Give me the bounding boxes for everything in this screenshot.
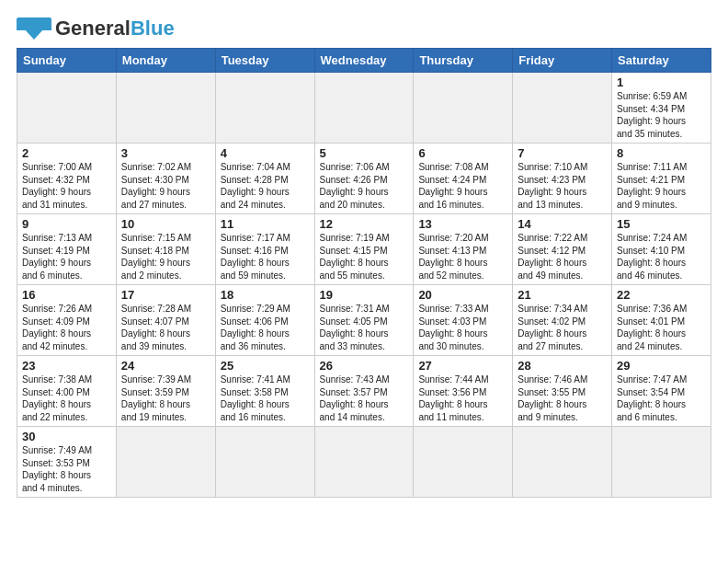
day-number: 8 bbox=[617, 146, 706, 160]
calendar-cell: 28Sunrise: 7:46 AM Sunset: 3:55 PM Dayli… bbox=[513, 356, 612, 427]
day-number: 9 bbox=[22, 217, 111, 231]
calendar-cell: 9Sunrise: 7:13 AM Sunset: 4:19 PM Daylig… bbox=[17, 214, 117, 285]
calendar-cell: 4Sunrise: 7:04 AM Sunset: 4:28 PM Daylig… bbox=[215, 144, 314, 214]
day-info: Sunrise: 7:33 AM Sunset: 4:03 PM Dayligh… bbox=[418, 303, 507, 352]
day-info: Sunrise: 7:24 AM Sunset: 4:10 PM Dayligh… bbox=[617, 232, 706, 282]
calendar-cell bbox=[414, 73, 513, 144]
day-info: Sunrise: 7:17 AM Sunset: 4:16 PM Dayligh… bbox=[221, 232, 310, 282]
day-number: 22 bbox=[617, 288, 706, 302]
calendar-cell bbox=[513, 73, 612, 144]
calendar-cell: 6Sunrise: 7:08 AM Sunset: 4:24 PM Daylig… bbox=[414, 144, 513, 214]
day-number: 16 bbox=[22, 288, 111, 302]
day-info: Sunrise: 7:39 AM Sunset: 3:59 PM Dayligh… bbox=[121, 373, 210, 423]
calendar-cell bbox=[215, 73, 314, 144]
calendar-cell: 30Sunrise: 7:49 AM Sunset: 3:53 PM Dayli… bbox=[17, 427, 117, 498]
day-number: 12 bbox=[320, 217, 409, 231]
day-info: Sunrise: 7:41 AM Sunset: 3:58 PM Dayligh… bbox=[221, 373, 310, 423]
day-number: 14 bbox=[518, 217, 607, 231]
day-info: Sunrise: 7:22 AM Sunset: 4:12 PM Dayligh… bbox=[518, 232, 607, 282]
day-number: 20 bbox=[418, 288, 507, 302]
calendar-cell bbox=[17, 73, 117, 144]
day-info: Sunrise: 6:59 AM Sunset: 4:34 PM Dayligh… bbox=[617, 90, 706, 140]
calendar-cell bbox=[116, 427, 215, 498]
calendar-cell bbox=[612, 427, 711, 498]
day-info: Sunrise: 7:31 AM Sunset: 4:05 PM Dayligh… bbox=[320, 303, 409, 352]
calendar-cell: 5Sunrise: 7:06 AM Sunset: 4:26 PM Daylig… bbox=[314, 144, 414, 214]
day-info: Sunrise: 7:29 AM Sunset: 4:06 PM Dayligh… bbox=[221, 303, 310, 352]
day-number: 25 bbox=[221, 359, 310, 373]
day-number: 26 bbox=[320, 359, 409, 373]
calendar-week-6: 30Sunrise: 7:49 AM Sunset: 3:53 PM Dayli… bbox=[17, 427, 711, 498]
day-number: 1 bbox=[617, 75, 706, 89]
day-info: Sunrise: 7:13 AM Sunset: 4:19 PM Dayligh… bbox=[22, 232, 111, 282]
day-number: 27 bbox=[418, 359, 507, 373]
calendar-cell: 13Sunrise: 7:20 AM Sunset: 4:13 PM Dayli… bbox=[414, 214, 513, 285]
day-number: 18 bbox=[221, 288, 310, 302]
calendar-cell: 29Sunrise: 7:47 AM Sunset: 3:54 PM Dayli… bbox=[612, 356, 711, 427]
calendar-cell bbox=[116, 73, 215, 144]
calendar-cell bbox=[414, 427, 513, 498]
col-header-monday: Monday bbox=[116, 49, 215, 73]
col-header-wednesday: Wednesday bbox=[314, 49, 414, 73]
day-info: Sunrise: 7:44 AM Sunset: 3:56 PM Dayligh… bbox=[418, 373, 507, 423]
page: GeneralBlue SundayMondayTuesdayWednesday… bbox=[0, 0, 728, 563]
col-header-friday: Friday bbox=[513, 49, 612, 73]
calendar-cell: 11Sunrise: 7:17 AM Sunset: 4:16 PM Dayli… bbox=[215, 214, 314, 285]
day-number: 28 bbox=[518, 359, 607, 373]
day-info: Sunrise: 7:47 AM Sunset: 3:54 PM Dayligh… bbox=[617, 373, 706, 423]
calendar-cell: 12Sunrise: 7:19 AM Sunset: 4:15 PM Dayli… bbox=[314, 214, 414, 285]
calendar-cell: 15Sunrise: 7:24 AM Sunset: 4:10 PM Dayli… bbox=[612, 214, 711, 285]
col-header-tuesday: Tuesday bbox=[215, 49, 314, 73]
calendar-week-1: 1Sunrise: 6:59 AM Sunset: 4:34 PM Daylig… bbox=[17, 73, 711, 144]
calendar-cell: 27Sunrise: 7:44 AM Sunset: 3:56 PM Dayli… bbox=[414, 356, 513, 427]
day-number: 13 bbox=[418, 217, 507, 231]
calendar-cell: 25Sunrise: 7:41 AM Sunset: 3:58 PM Dayli… bbox=[215, 356, 314, 427]
calendar-cell bbox=[314, 73, 414, 144]
calendar-cell: 2Sunrise: 7:00 AM Sunset: 4:32 PM Daylig… bbox=[17, 144, 117, 214]
calendar-week-3: 9Sunrise: 7:13 AM Sunset: 4:19 PM Daylig… bbox=[17, 214, 711, 285]
day-number: 10 bbox=[121, 217, 210, 231]
day-info: Sunrise: 7:49 AM Sunset: 3:53 PM Dayligh… bbox=[22, 444, 111, 494]
calendar-cell bbox=[314, 427, 414, 498]
day-info: Sunrise: 7:36 AM Sunset: 4:01 PM Dayligh… bbox=[617, 303, 706, 352]
calendar: SundayMondayTuesdayWednesdayThursdayFrid… bbox=[17, 48, 711, 498]
day-info: Sunrise: 7:04 AM Sunset: 4:28 PM Dayligh… bbox=[221, 161, 310, 211]
calendar-cell: 17Sunrise: 7:28 AM Sunset: 4:07 PM Dayli… bbox=[116, 285, 215, 356]
calendar-cell: 18Sunrise: 7:29 AM Sunset: 4:06 PM Dayli… bbox=[215, 285, 314, 356]
day-number: 11 bbox=[221, 217, 310, 231]
calendar-cell: 19Sunrise: 7:31 AM Sunset: 4:05 PM Dayli… bbox=[314, 285, 414, 356]
day-number: 5 bbox=[320, 146, 409, 160]
logo-blue: Blue bbox=[131, 17, 175, 40]
day-number: 23 bbox=[22, 359, 111, 373]
calendar-cell: 22Sunrise: 7:36 AM Sunset: 4:01 PM Dayli… bbox=[612, 285, 711, 356]
day-number: 7 bbox=[518, 146, 607, 160]
day-number: 17 bbox=[121, 288, 210, 302]
calendar-cell bbox=[215, 427, 314, 498]
day-info: Sunrise: 7:00 AM Sunset: 4:32 PM Dayligh… bbox=[22, 161, 111, 211]
day-info: Sunrise: 7:20 AM Sunset: 4:13 PM Dayligh… bbox=[418, 232, 507, 282]
day-info: Sunrise: 7:06 AM Sunset: 4:26 PM Dayligh… bbox=[320, 161, 409, 211]
day-number: 15 bbox=[617, 217, 706, 231]
calendar-cell: 21Sunrise: 7:34 AM Sunset: 4:02 PM Dayli… bbox=[513, 285, 612, 356]
calendar-cell: 7Sunrise: 7:10 AM Sunset: 4:23 PM Daylig… bbox=[513, 144, 612, 214]
day-info: Sunrise: 7:46 AM Sunset: 3:55 PM Dayligh… bbox=[518, 373, 607, 423]
calendar-cell: 8Sunrise: 7:11 AM Sunset: 4:21 PM Daylig… bbox=[612, 144, 711, 214]
calendar-cell: 3Sunrise: 7:02 AM Sunset: 4:30 PM Daylig… bbox=[116, 144, 215, 214]
day-number: 29 bbox=[617, 359, 706, 373]
day-info: Sunrise: 7:08 AM Sunset: 4:24 PM Dayligh… bbox=[418, 161, 507, 211]
calendar-week-2: 2Sunrise: 7:00 AM Sunset: 4:32 PM Daylig… bbox=[17, 144, 711, 214]
col-header-sunday: Sunday bbox=[17, 49, 117, 73]
day-number: 30 bbox=[22, 430, 111, 443]
logo: GeneralBlue bbox=[17, 17, 175, 40]
logo-general: General bbox=[55, 17, 131, 40]
calendar-week-5: 23Sunrise: 7:38 AM Sunset: 4:00 PM Dayli… bbox=[17, 356, 711, 427]
day-info: Sunrise: 7:43 AM Sunset: 3:57 PM Dayligh… bbox=[320, 373, 409, 423]
calendar-cell: 1Sunrise: 6:59 AM Sunset: 4:34 PM Daylig… bbox=[612, 73, 711, 144]
col-header-thursday: Thursday bbox=[414, 49, 513, 73]
day-info: Sunrise: 7:38 AM Sunset: 4:00 PM Dayligh… bbox=[22, 373, 111, 423]
day-number: 21 bbox=[518, 288, 607, 302]
day-number: 2 bbox=[22, 146, 111, 160]
day-info: Sunrise: 7:26 AM Sunset: 4:09 PM Dayligh… bbox=[22, 303, 111, 352]
day-info: Sunrise: 7:19 AM Sunset: 4:15 PM Dayligh… bbox=[320, 232, 409, 282]
day-info: Sunrise: 7:11 AM Sunset: 4:21 PM Dayligh… bbox=[617, 161, 706, 211]
